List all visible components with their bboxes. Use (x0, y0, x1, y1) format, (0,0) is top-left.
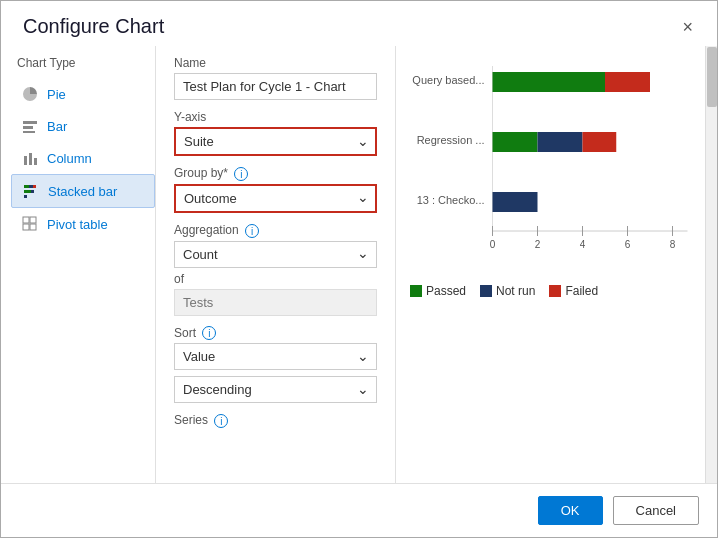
svg-rect-2 (23, 131, 35, 133)
yaxis-select[interactable]: Suite (174, 127, 377, 156)
aggregation-select[interactable]: Count (174, 241, 377, 268)
dialog-footer: OK Cancel (1, 483, 717, 537)
failed-color (549, 285, 561, 297)
svg-rect-4 (29, 153, 32, 165)
sidebar: Chart Type Pie (1, 46, 156, 483)
svg-rect-11 (24, 195, 27, 198)
svg-rect-12 (23, 217, 29, 223)
yaxis-label: Y-axis (174, 110, 377, 124)
bar-icon (21, 117, 39, 135)
dialog-title: Configure Chart (23, 15, 164, 38)
sort-select-wrapper: Value (174, 343, 377, 370)
svg-text:6: 6 (625, 239, 631, 250)
column-icon (21, 149, 39, 167)
series-info-icon[interactable]: i (214, 414, 228, 428)
pie-icon (21, 85, 39, 103)
legend-passed: Passed (410, 284, 466, 298)
svg-text:Query based...: Query based... (412, 74, 484, 86)
column-label: Column (47, 151, 92, 166)
groupby-select[interactable]: Outcome (174, 184, 377, 213)
svg-rect-5 (34, 158, 37, 165)
svg-rect-6 (24, 185, 29, 188)
sidebar-item-bar[interactable]: Bar (11, 110, 155, 142)
pie-label: Pie (47, 87, 66, 102)
chart-legend: Passed Not run Failed (410, 284, 695, 298)
chart-type-label: Chart Type (11, 56, 155, 70)
svg-rect-33 (493, 132, 538, 152)
chart-area: Query based... Regression ... 13 : Check… (396, 46, 705, 483)
sidebar-item-pie[interactable]: Pie (11, 78, 155, 110)
svg-text:Regression ...: Regression ... (417, 134, 485, 146)
svg-rect-10 (31, 190, 34, 193)
not-run-color (480, 285, 492, 297)
close-button[interactable]: × (676, 16, 699, 38)
configure-chart-dialog: Configure Chart × Chart Type Pie (0, 0, 718, 538)
sort-dir-select[interactable]: Descending (174, 376, 377, 403)
of-input (174, 289, 377, 316)
aggregation-select-wrapper: Count (174, 241, 377, 268)
sort-label: Sort i (174, 326, 377, 341)
stacked-bar-chart: Query based... Regression ... 13 : Check… (410, 56, 695, 276)
passed-label: Passed (426, 284, 466, 298)
svg-rect-34 (538, 132, 583, 152)
dialog-body: Chart Type Pie (1, 46, 717, 483)
svg-text:13 : Checko...: 13 : Checko... (417, 194, 485, 206)
cancel-button[interactable]: Cancel (613, 496, 699, 525)
sort-select[interactable]: Value (174, 343, 377, 370)
pivot-table-label: Pivot table (47, 217, 108, 232)
scrollbar[interactable] (705, 46, 717, 483)
svg-rect-14 (23, 224, 29, 230)
sidebar-item-stacked-bar[interactable]: Stacked bar (11, 174, 155, 208)
name-input[interactable] (174, 73, 377, 100)
groupby-label: Group by* i (174, 166, 377, 181)
svg-text:0: 0 (490, 239, 496, 250)
svg-rect-1 (23, 126, 33, 129)
pivot-icon (21, 215, 39, 233)
svg-text:8: 8 (670, 239, 676, 250)
legend-not-run: Not run (480, 284, 535, 298)
sort-info-icon[interactable]: i (202, 326, 216, 340)
passed-color (410, 285, 422, 297)
sidebar-item-column[interactable]: Column (11, 142, 155, 174)
svg-rect-15 (30, 224, 36, 230)
svg-rect-32 (605, 72, 650, 92)
yaxis-select-wrapper: Suite (174, 127, 377, 156)
stacked-bar-icon (22, 182, 40, 200)
failed-label: Failed (565, 284, 598, 298)
not-run-label: Not run (496, 284, 535, 298)
form-area: Name Y-axis Suite Group by* i Outcome Ag… (156, 46, 396, 483)
svg-rect-7 (29, 185, 33, 188)
dialog-titlebar: Configure Chart × (1, 1, 717, 46)
name-label: Name (174, 56, 377, 70)
svg-rect-31 (493, 72, 606, 92)
svg-rect-8 (33, 185, 36, 188)
groupby-select-wrapper: Outcome (174, 184, 377, 213)
aggregation-info-icon[interactable]: i (245, 224, 259, 238)
sort-dir-select-wrapper: Descending (174, 376, 377, 403)
svg-rect-9 (24, 190, 31, 193)
svg-rect-35 (583, 132, 617, 152)
bar-label: Bar (47, 119, 67, 134)
ok-button[interactable]: OK (538, 496, 603, 525)
stacked-bar-label: Stacked bar (48, 184, 117, 199)
of-label: of (174, 272, 377, 286)
svg-rect-0 (23, 121, 37, 124)
svg-rect-13 (30, 217, 36, 223)
svg-text:2: 2 (535, 239, 541, 250)
aggregation-label: Aggregation i (174, 223, 377, 238)
series-label: Series i (174, 413, 377, 428)
sidebar-item-pivot-table[interactable]: Pivot table (11, 208, 155, 240)
scrollbar-thumb[interactable] (707, 47, 717, 107)
legend-failed: Failed (549, 284, 598, 298)
svg-rect-36 (493, 192, 538, 212)
svg-rect-3 (24, 156, 27, 165)
groupby-info-icon[interactable]: i (234, 167, 248, 181)
svg-text:4: 4 (580, 239, 586, 250)
